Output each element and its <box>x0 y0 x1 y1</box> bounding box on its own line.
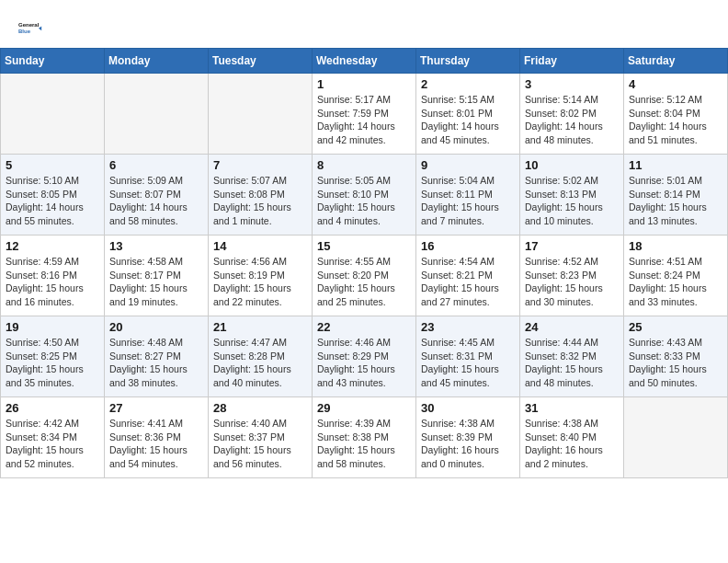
calendar-cell: 28Sunrise: 4:40 AMSunset: 8:37 PMDayligh… <box>209 397 313 478</box>
day-info: Sunrise: 5:10 AMSunset: 8:05 PMDaylight:… <box>6 174 99 228</box>
day-info: Sunrise: 4:48 AMSunset: 8:27 PMDaylight:… <box>109 336 203 390</box>
day-info: Sunrise: 4:59 AMSunset: 8:16 PMDaylight:… <box>6 255 99 309</box>
day-number: 22 <box>317 320 411 334</box>
day-info: Sunrise: 4:38 AMSunset: 8:40 PMDaylight:… <box>525 417 619 471</box>
calendar-week-4: 19Sunrise: 4:50 AMSunset: 8:25 PMDayligh… <box>1 316 728 397</box>
day-number: 24 <box>525 320 619 334</box>
calendar-cell: 25Sunrise: 4:43 AMSunset: 8:33 PMDayligh… <box>624 316 728 397</box>
day-info: Sunrise: 4:38 AMSunset: 8:39 PMDaylight:… <box>421 417 515 471</box>
calendar-cell: 7Sunrise: 5:07 AMSunset: 8:08 PMDaylight… <box>209 155 313 236</box>
calendar-cell <box>105 74 209 155</box>
calendar-cell: 1Sunrise: 5:17 AMSunset: 7:59 PMDaylight… <box>313 74 416 155</box>
day-number: 3 <box>525 77 619 91</box>
day-info: Sunrise: 5:17 AMSunset: 7:59 PMDaylight:… <box>317 93 411 147</box>
day-number: 31 <box>525 401 619 415</box>
day-number: 30 <box>421 401 515 415</box>
calendar-cell <box>1 74 105 155</box>
calendar-cell: 6Sunrise: 5:09 AMSunset: 8:07 PMDaylight… <box>105 155 209 236</box>
day-info: Sunrise: 4:54 AMSunset: 8:21 PMDaylight:… <box>421 255 515 309</box>
day-number: 7 <box>213 158 307 172</box>
calendar-cell: 2Sunrise: 5:15 AMSunset: 8:01 PMDaylight… <box>416 74 520 155</box>
svg-text:Blue: Blue <box>18 29 31 34</box>
day-number: 28 <box>213 401 307 415</box>
day-info: Sunrise: 5:15 AMSunset: 8:01 PMDaylight:… <box>421 93 515 147</box>
day-header-wednesday: Wednesday <box>313 49 416 74</box>
calendar-cell: 13Sunrise: 4:58 AMSunset: 8:17 PMDayligh… <box>105 236 209 316</box>
day-info: Sunrise: 4:56 AMSunset: 8:19 PMDaylight:… <box>213 255 307 309</box>
day-header-thursday: Thursday <box>416 49 520 74</box>
day-info: Sunrise: 4:52 AMSunset: 8:23 PMDaylight:… <box>525 255 619 309</box>
calendar-cell: 27Sunrise: 4:41 AMSunset: 8:36 PMDayligh… <box>105 397 209 478</box>
calendar-cell: 21Sunrise: 4:47 AMSunset: 8:28 PMDayligh… <box>209 316 313 397</box>
day-number: 19 <box>6 320 99 334</box>
logo: General Blue <box>18 15 44 40</box>
page-header: General Blue <box>0 0 728 48</box>
calendar-cell: 30Sunrise: 4:38 AMSunset: 8:39 PMDayligh… <box>416 397 520 478</box>
calendar-cell: 15Sunrise: 4:55 AMSunset: 8:20 PMDayligh… <box>313 236 416 316</box>
calendar-cell: 8Sunrise: 5:05 AMSunset: 8:10 PMDaylight… <box>313 155 416 236</box>
logo-icon: General Blue <box>18 15 44 40</box>
day-info: Sunrise: 4:41 AMSunset: 8:36 PMDaylight:… <box>109 417 203 471</box>
calendar-cell: 20Sunrise: 4:48 AMSunset: 8:27 PMDayligh… <box>105 316 209 397</box>
calendar-week-2: 5Sunrise: 5:10 AMSunset: 8:05 PMDaylight… <box>1 155 728 236</box>
calendar-cell: 29Sunrise: 4:39 AMSunset: 8:38 PMDayligh… <box>313 397 416 478</box>
calendar-cell <box>209 74 313 155</box>
day-info: Sunrise: 4:47 AMSunset: 8:28 PMDaylight:… <box>213 336 307 390</box>
day-number: 14 <box>213 239 307 253</box>
day-info: Sunrise: 4:43 AMSunset: 8:33 PMDaylight:… <box>629 336 722 390</box>
day-info: Sunrise: 4:44 AMSunset: 8:32 PMDaylight:… <box>525 336 619 390</box>
day-info: Sunrise: 5:09 AMSunset: 8:07 PMDaylight:… <box>109 174 203 228</box>
day-info: Sunrise: 4:55 AMSunset: 8:20 PMDaylight:… <box>317 255 411 309</box>
calendar-cell: 12Sunrise: 4:59 AMSunset: 8:16 PMDayligh… <box>1 236 105 316</box>
day-number: 12 <box>6 239 99 253</box>
day-info: Sunrise: 5:07 AMSunset: 8:08 PMDaylight:… <box>213 174 307 228</box>
day-header-tuesday: Tuesday <box>209 49 313 74</box>
day-number: 10 <box>525 158 619 172</box>
calendar-cell: 22Sunrise: 4:46 AMSunset: 8:29 PMDayligh… <box>313 316 416 397</box>
calendar-week-1: 1Sunrise: 5:17 AMSunset: 7:59 PMDaylight… <box>1 74 728 155</box>
day-info: Sunrise: 5:12 AMSunset: 8:04 PMDaylight:… <box>629 93 722 147</box>
day-number: 26 <box>6 401 99 415</box>
day-number: 1 <box>317 77 411 91</box>
calendar-cell: 14Sunrise: 4:56 AMSunset: 8:19 PMDayligh… <box>209 236 313 316</box>
svg-marker-1 <box>39 26 41 30</box>
day-number: 6 <box>109 158 203 172</box>
day-info: Sunrise: 5:01 AMSunset: 8:14 PMDaylight:… <box>629 174 722 228</box>
day-header-sunday: Sunday <box>1 49 105 74</box>
day-info: Sunrise: 5:04 AMSunset: 8:11 PMDaylight:… <box>421 174 515 228</box>
day-number: 13 <box>109 239 203 253</box>
day-info: Sunrise: 5:05 AMSunset: 8:10 PMDaylight:… <box>317 174 411 228</box>
day-info: Sunrise: 4:51 AMSunset: 8:24 PMDaylight:… <box>629 255 722 309</box>
day-header-saturday: Saturday <box>624 49 728 74</box>
svg-text:General: General <box>18 22 40 28</box>
day-header-monday: Monday <box>105 49 209 74</box>
calendar-cell: 18Sunrise: 4:51 AMSunset: 8:24 PMDayligh… <box>624 236 728 316</box>
calendar-cell: 24Sunrise: 4:44 AMSunset: 8:32 PMDayligh… <box>520 316 624 397</box>
calendar-table: SundayMondayTuesdayWednesdayThursdayFrid… <box>0 48 728 478</box>
day-info: Sunrise: 4:58 AMSunset: 8:17 PMDaylight:… <box>109 255 203 309</box>
calendar-cell: 11Sunrise: 5:01 AMSunset: 8:14 PMDayligh… <box>624 155 728 236</box>
calendar-cell: 5Sunrise: 5:10 AMSunset: 8:05 PMDaylight… <box>1 155 105 236</box>
day-number: 20 <box>109 320 203 334</box>
day-number: 21 <box>213 320 307 334</box>
day-number: 9 <box>421 158 515 172</box>
day-number: 8 <box>317 158 411 172</box>
calendar-cell: 9Sunrise: 5:04 AMSunset: 8:11 PMDaylight… <box>416 155 520 236</box>
calendar-week-5: 26Sunrise: 4:42 AMSunset: 8:34 PMDayligh… <box>1 397 728 478</box>
day-number: 23 <box>421 320 515 334</box>
calendar-cell: 4Sunrise: 5:12 AMSunset: 8:04 PMDaylight… <box>624 74 728 155</box>
calendar-header-row: SundayMondayTuesdayWednesdayThursdayFrid… <box>1 49 728 74</box>
day-number: 25 <box>629 320 722 334</box>
day-number: 5 <box>6 158 99 172</box>
day-number: 18 <box>629 239 722 253</box>
calendar-cell: 16Sunrise: 4:54 AMSunset: 8:21 PMDayligh… <box>416 236 520 316</box>
day-info: Sunrise: 4:39 AMSunset: 8:38 PMDaylight:… <box>317 417 411 471</box>
day-header-friday: Friday <box>520 49 624 74</box>
day-number: 15 <box>317 239 411 253</box>
calendar-cell: 26Sunrise: 4:42 AMSunset: 8:34 PMDayligh… <box>1 397 105 478</box>
day-number: 29 <box>317 401 411 415</box>
day-info: Sunrise: 4:45 AMSunset: 8:31 PMDaylight:… <box>421 336 515 390</box>
calendar-cell <box>624 397 728 478</box>
calendar-cell: 10Sunrise: 5:02 AMSunset: 8:13 PMDayligh… <box>520 155 624 236</box>
day-number: 16 <box>421 239 515 253</box>
